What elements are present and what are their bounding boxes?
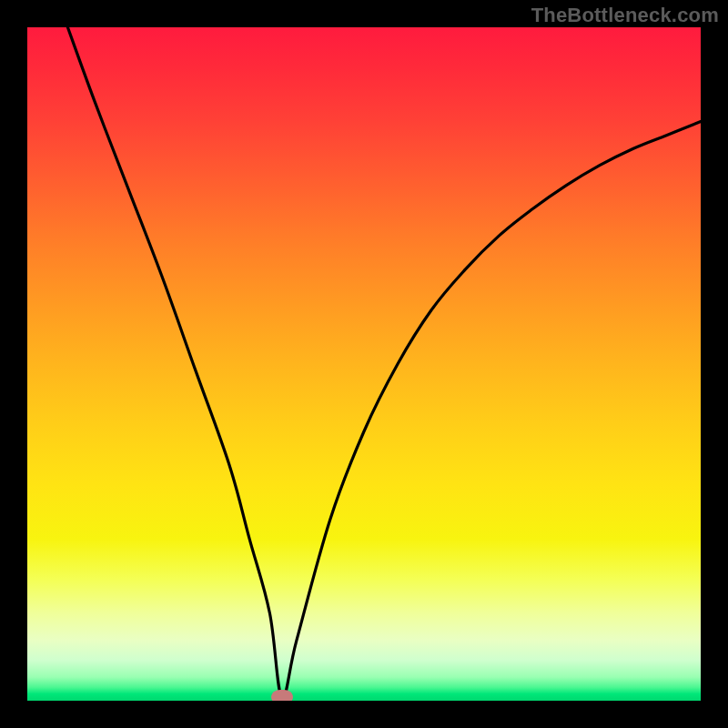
plot-area: [27, 27, 701, 701]
attribution-label: TheBottleneck.com: [531, 4, 719, 27]
minimum-marker: [271, 690, 293, 701]
curve-layer: [27, 27, 701, 701]
chart-frame: TheBottleneck.com: [0, 0, 728, 728]
bottleneck-curve: [67, 27, 701, 698]
